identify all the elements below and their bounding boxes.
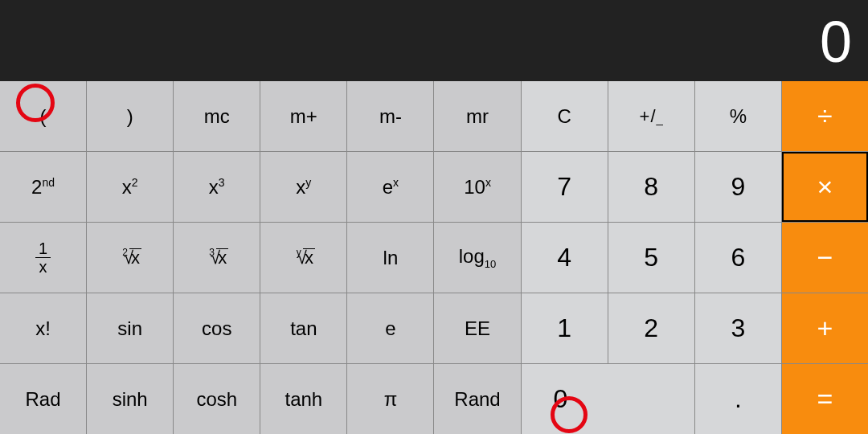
square-root-button[interactable]: 2√x xyxy=(87,223,173,293)
digit-0-button[interactable]: 0 xyxy=(522,364,694,434)
memory-add-button[interactable]: m+ xyxy=(260,81,346,151)
sin-button[interactable]: sin xyxy=(87,293,173,363)
display: 0 xyxy=(0,0,868,81)
minus-button[interactable]: − xyxy=(782,223,868,293)
pi-button[interactable]: π xyxy=(347,364,433,434)
radians-toggle-button[interactable]: Rad xyxy=(0,364,86,434)
digit-7-button[interactable]: 7 xyxy=(522,152,608,222)
tan-button[interactable]: tan xyxy=(260,293,346,363)
x-cubed-button[interactable]: x3 xyxy=(174,152,260,222)
cube-root-button[interactable]: 3√x xyxy=(174,223,260,293)
digit-2-button[interactable]: 2 xyxy=(608,293,694,363)
ten-power-x-button[interactable]: 10x xyxy=(434,152,520,222)
y-root-button[interactable]: y√x xyxy=(260,223,346,293)
second-functions-button[interactable]: 2nd xyxy=(0,152,86,222)
natural-log-button[interactable]: ln xyxy=(347,223,433,293)
ee-button[interactable]: EE xyxy=(434,293,520,363)
digit-4-button[interactable]: 4 xyxy=(522,223,608,293)
factorial-button[interactable]: x! xyxy=(0,293,86,363)
digit-5-button[interactable]: 5 xyxy=(608,223,694,293)
decimal-point-button[interactable]: . xyxy=(695,364,781,434)
sinh-button[interactable]: sinh xyxy=(87,364,173,434)
reciprocal-button[interactable]: 1x xyxy=(0,223,86,293)
memory-subtract-button[interactable]: m- xyxy=(347,81,433,151)
e-power-x-button[interactable]: ex xyxy=(347,152,433,222)
log10-button[interactable]: log10 xyxy=(434,223,520,293)
digit-6-button[interactable]: 6 xyxy=(695,223,781,293)
digit-3-button[interactable]: 3 xyxy=(695,293,781,363)
divide-button[interactable]: ÷ xyxy=(782,81,868,151)
percent-button[interactable]: % xyxy=(695,81,781,151)
random-button[interactable]: Rand xyxy=(434,364,520,434)
memory-clear-button[interactable]: mc xyxy=(174,81,260,151)
euler-e-button[interactable]: e xyxy=(347,293,433,363)
plus-button[interactable]: + xyxy=(782,293,868,363)
equals-button[interactable]: = xyxy=(782,364,868,434)
display-value: 0 xyxy=(820,9,852,75)
cos-button[interactable]: cos xyxy=(174,293,260,363)
x-power-y-button[interactable]: xy xyxy=(260,152,346,222)
keypad: ( ) mc m+ m- mr C +/_ % ÷ 2nd x2 x3 xy e… xyxy=(0,81,868,434)
clear-button[interactable]: C xyxy=(522,81,608,151)
cosh-button[interactable]: cosh xyxy=(174,364,260,434)
close-paren-button[interactable]: ) xyxy=(87,81,173,151)
digit-1-button[interactable]: 1 xyxy=(522,293,608,363)
x-squared-button[interactable]: x2 xyxy=(87,152,173,222)
calculator-app: 0 ( ) mc m+ m- mr C +/_ % ÷ 2nd x2 x3 xy xyxy=(0,0,868,434)
multiply-button[interactable]: × xyxy=(782,152,868,222)
memory-recall-button[interactable]: mr xyxy=(434,81,520,151)
digit-8-button[interactable]: 8 xyxy=(608,152,694,222)
digit-9-button[interactable]: 9 xyxy=(695,152,781,222)
sign-toggle-button[interactable]: +/_ xyxy=(608,81,694,151)
open-paren-button[interactable]: ( xyxy=(0,81,86,151)
tanh-button[interactable]: tanh xyxy=(260,364,346,434)
